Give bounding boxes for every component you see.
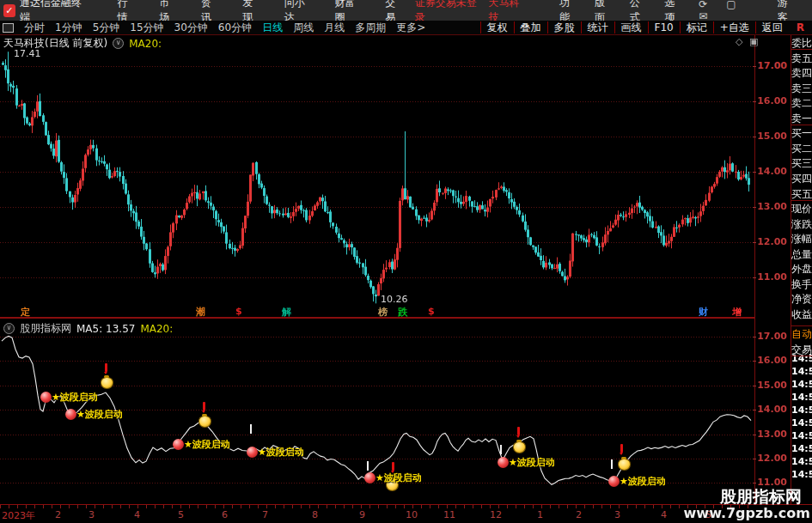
signal-ball-icon	[364, 472, 375, 483]
tick-time: 14:56	[791, 404, 812, 416]
price-axis-label: 13.00	[756, 201, 787, 212]
quote-row-label: 现价	[791, 202, 812, 216]
quote-row-label: 买三	[791, 156, 812, 171]
quote-panel-divider	[791, 125, 812, 125]
high-price-annotation: 17.41	[14, 48, 41, 59]
price-axis-label: 17.00	[756, 331, 787, 342]
layout-icon[interactable]	[3, 23, 14, 33]
event-marker[interactable]: $	[428, 306, 435, 317]
price-axis-label: 16.00	[756, 95, 787, 106]
period-button[interactable]: 月线	[319, 21, 350, 35]
tick-time: 14:56	[791, 430, 812, 441]
toolbar-button[interactable]: 标记	[680, 21, 713, 33]
event-marker[interactable]: 榜	[378, 306, 388, 319]
quote-row-label: 总量	[791, 247, 812, 262]
toolbar-button[interactable]: 返回	[755, 21, 789, 33]
price-axis-tick	[753, 172, 756, 173]
event-marker[interactable]: 跌	[398, 306, 407, 319]
period-button[interactable]: 多周期	[350, 21, 391, 35]
quote-row-label: 买四	[791, 172, 812, 186]
event-marker[interactable]: 潮	[196, 306, 205, 319]
auto-trade-button[interactable]: 自动	[791, 327, 812, 342]
price-axis-tick	[753, 483, 756, 483]
period-button[interactable]: 60分钟	[213, 21, 257, 35]
signal-ball-icon	[247, 447, 258, 458]
red-flag-icon	[392, 462, 394, 471]
topbar-icons: ⟳ ▢ ✉	[691, 0, 765, 22]
quote-row-label: 换手	[791, 277, 812, 292]
quote-row-label: 买二	[791, 142, 812, 156]
price-axis-tick	[753, 386, 756, 386]
tick-time: 14:56	[791, 469, 812, 480]
ma20-label: MA20:	[129, 38, 162, 50]
pane-divider[interactable]	[0, 317, 754, 319]
toolbar-button[interactable]: 统计	[581, 21, 614, 33]
quote-row-label: 买一	[791, 126, 812, 141]
quote-panel-divider	[791, 325, 812, 326]
period-button[interactable]: 日线	[257, 21, 288, 35]
signal-label: ★波段启动	[258, 446, 304, 459]
red-flag-icon	[620, 444, 623, 453]
month-label: 6	[222, 509, 228, 520]
quote-panel-divider	[791, 356, 812, 356]
tick-time: 14:56	[791, 443, 812, 454]
signal-label: ★波段启动	[76, 408, 123, 421]
month-label: 11	[443, 509, 455, 520]
quote-row-label: 外盘	[791, 262, 812, 277]
signal-ball-icon	[40, 392, 52, 403]
white-tick-icon	[611, 459, 613, 469]
period-button[interactable]: 1分钟	[50, 21, 88, 35]
period-button[interactable]: 5分钟	[88, 21, 125, 35]
mobile-icon[interactable]: ▢	[726, 0, 736, 10]
period-button[interactable]: 分时	[19, 21, 50, 35]
quote-row-label: 卖四	[791, 66, 812, 81]
period-button[interactable]: 周线	[288, 21, 319, 35]
signal-label: ★波段启动	[375, 471, 422, 484]
quote-panel: 委比卖五卖四卖三卖二卖一买一买二买三买四买五现价涨跌涨幅总量外盘换手净资收益 自…	[791, 34, 812, 523]
period-button[interactable]: 更多>	[391, 21, 430, 35]
collapse-pane-icon[interactable]: ∨	[113, 38, 124, 49]
period-button[interactable]: 15分钟	[125, 21, 168, 35]
month-label: 2	[576, 509, 582, 520]
toolbar-button[interactable]: +自选	[713, 21, 755, 33]
low-price-annotation: 10.26	[381, 294, 408, 305]
toolbar-button[interactable]: F10	[648, 21, 680, 33]
toolbar-button[interactable]: 多股	[547, 21, 581, 33]
event-marker[interactable]: 定	[21, 306, 30, 319]
price-axis-label: 12.00	[756, 453, 787, 464]
toolbar-button[interactable]: 画线	[614, 21, 648, 33]
price-axis-tick	[753, 361, 756, 362]
price-axis-tick	[753, 207, 756, 208]
quote-panel-divider	[791, 200, 812, 201]
tick-time: 14:56	[791, 417, 812, 429]
quote-row-label: 卖二	[791, 96, 812, 111]
record-indicator: R	[789, 21, 812, 33]
signal-label: ★波段启动	[509, 456, 555, 469]
toolbar-button[interactable]: 复权	[480, 21, 514, 33]
signal-label: ★波段启动	[620, 475, 666, 488]
quote-row-label: 买五	[791, 187, 812, 202]
price-axis-tick	[753, 459, 756, 459]
quote-row-label: 涨幅	[791, 232, 812, 246]
money-bag-icon	[513, 441, 526, 453]
price-axis-label: 14.00	[756, 166, 787, 177]
price-axis-label: 13.00	[756, 429, 787, 440]
candlestick-chart-canvas[interactable]	[0, 34, 754, 504]
quote-row-label: 卖三	[791, 82, 812, 96]
event-marker[interactable]: 解	[282, 306, 291, 319]
event-marker[interactable]: $	[235, 306, 242, 317]
month-label: 10	[406, 509, 418, 520]
collapse-indicator-icon[interactable]: ∨	[3, 323, 15, 334]
period-button[interactable]: 30分钟	[169, 21, 213, 35]
diamond-tool-icon[interactable]: ◇	[736, 36, 742, 47]
feedback-icon[interactable]: ⟳	[699, 0, 707, 10]
event-marker[interactable]: 增	[732, 306, 742, 319]
pane-layout-icon[interactable]: ▣	[749, 36, 758, 47]
quote-row-label: 收益	[791, 307, 812, 322]
time-axis-ticks	[0, 505, 754, 508]
quote-row-label: 净资	[791, 292, 812, 307]
toolbar-button[interactable]: 叠加	[514, 21, 547, 33]
price-axis-label: 15.00	[756, 380, 787, 391]
signal-ball-icon	[173, 439, 184, 450]
event-marker[interactable]: 财	[699, 306, 708, 319]
